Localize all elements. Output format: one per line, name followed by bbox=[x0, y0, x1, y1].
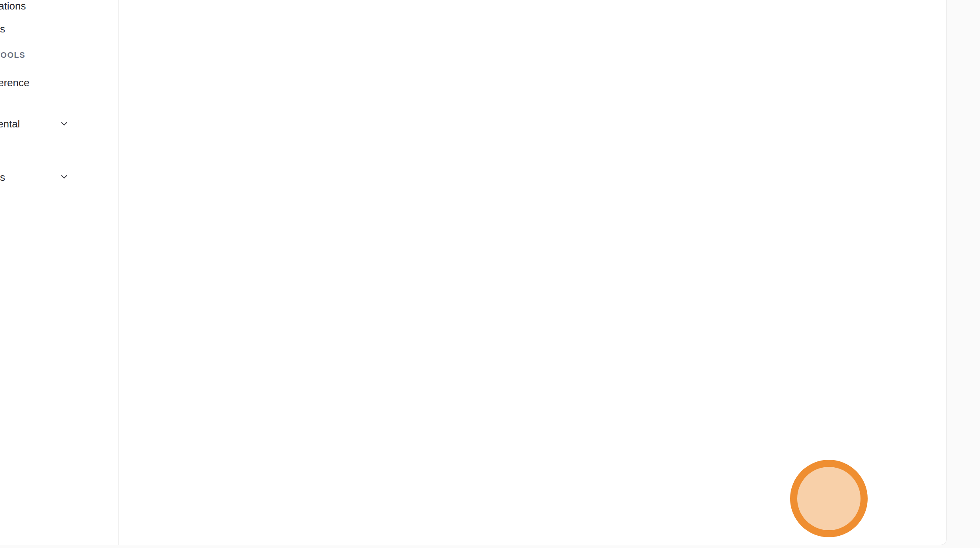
sidebar-item-settings[interactable]: s bbox=[0, 171, 5, 184]
sidebar-section-tools: TOOLS bbox=[0, 51, 25, 60]
page-background: ations s TOOLS erence ental s The model … bbox=[0, 0, 980, 548]
sidebar-item-experimental[interactable]: ental bbox=[0, 118, 20, 130]
chevron-down-icon[interactable] bbox=[59, 119, 69, 129]
add-model-form-card bbox=[119, 0, 947, 545]
sidebar: ations s TOOLS erence ental s bbox=[0, 0, 119, 545]
sidebar-item-organizations[interactable]: ations bbox=[0, 0, 26, 12]
sidebar-item-api-reference[interactable]: erence bbox=[0, 77, 30, 89]
chevron-down-icon[interactable] bbox=[59, 172, 69, 182]
sidebar-item-users[interactable]: s bbox=[0, 23, 5, 35]
